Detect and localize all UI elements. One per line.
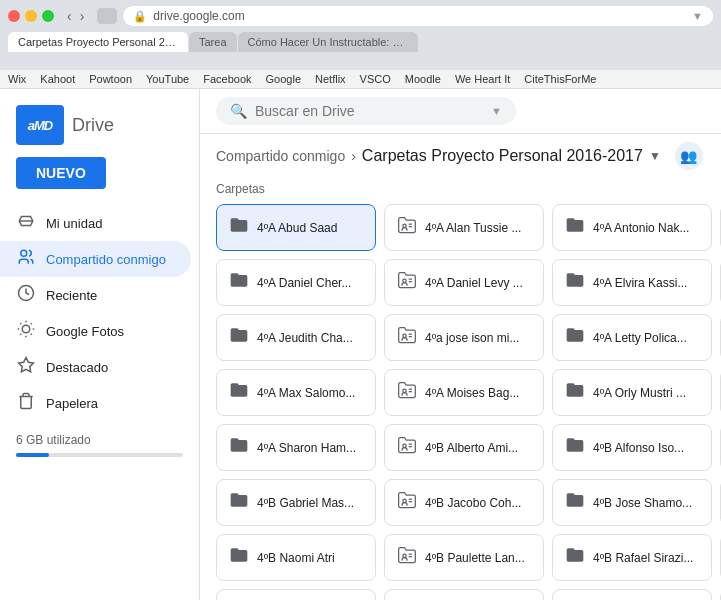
folder-icon bbox=[229, 270, 249, 295]
folder-card[interactable]: 4ºB Rafael Sirazi... bbox=[552, 534, 712, 581]
bookmark-powtoon[interactable]: Powtoon bbox=[89, 73, 132, 85]
folder-card[interactable]: 4ºB Gabriel Mas... bbox=[216, 479, 376, 526]
breadcrumb-current: Carpetas Proyecto Personal 2016-2017 ▼ bbox=[362, 147, 661, 165]
folder-card[interactable]: 4ºB Paulette Lan... bbox=[384, 534, 544, 581]
folder-card[interactable]: 4ºA Abud Saad bbox=[216, 204, 376, 251]
sidebar-item-photos[interactable]: Google Fotos bbox=[0, 313, 191, 349]
forward-button[interactable]: › bbox=[77, 8, 88, 24]
address-text: drive.google.com bbox=[153, 9, 244, 23]
maximize-button[interactable] bbox=[42, 10, 54, 22]
folder-card[interactable]: 4ºB Sofia Leon J... bbox=[384, 589, 544, 600]
folder-name: 4ºB Gabriel Mas... bbox=[257, 496, 354, 510]
folder-card[interactable]: 4ºa jose ison mi... bbox=[384, 314, 544, 361]
folder-card[interactable]: 4ºA Daniel Levy ... bbox=[384, 259, 544, 306]
folder-card[interactable]: 4ºB Jose Shamo... bbox=[552, 479, 712, 526]
folder-card[interactable]: 4ºB Sylvia Harar... bbox=[552, 589, 712, 600]
shared-folder-icon bbox=[397, 215, 417, 240]
folder-icon bbox=[565, 380, 585, 405]
folder-card[interactable]: 4ºB Naomi Atri bbox=[216, 534, 376, 581]
breadcrumb-dropdown[interactable]: ▼ bbox=[649, 149, 661, 163]
folder-name: 4ºB Paulette Lan... bbox=[425, 551, 525, 565]
tab-drive[interactable]: Carpetas Proyecto Personal 2016-2017 - G… bbox=[8, 32, 188, 52]
folder-name: 4ºB Rafael Sirazi... bbox=[593, 551, 693, 565]
bookmarks-bar: Wix Kahoot Powtoon YouTube Facebook Goog… bbox=[0, 70, 721, 89]
folder-card[interactable]: 4ºA Daniel Cher... bbox=[216, 259, 376, 306]
sidebar-item-trash[interactable]: Papelera bbox=[0, 385, 191, 421]
sidebar-item-label: Google Fotos bbox=[46, 324, 124, 339]
search-input[interactable] bbox=[255, 103, 455, 119]
shared-folder-icon bbox=[397, 325, 417, 350]
close-button[interactable] bbox=[8, 10, 20, 22]
sidebar: aMD Drive NUEVO Mi unidad Compartido con… bbox=[0, 89, 200, 600]
folder-icon bbox=[229, 215, 249, 240]
search-dropdown[interactable]: ▼ bbox=[491, 105, 502, 117]
folder-name: 4ºA Antonio Nak... bbox=[593, 221, 689, 235]
folder-card[interactable]: 4ºB Jacobo Coh... bbox=[384, 479, 544, 526]
svg-line-5 bbox=[20, 323, 21, 324]
svg-line-10 bbox=[31, 323, 32, 324]
svg-point-2 bbox=[22, 325, 30, 333]
folder-card[interactable]: 4ºB Sofia Dabba... bbox=[216, 589, 376, 600]
tab-tarea[interactable]: Tarea bbox=[189, 32, 237, 52]
bookmark-vsco[interactable]: VSCO bbox=[360, 73, 391, 85]
address-bar[interactable]: 🔒 drive.google.com ▼ bbox=[123, 6, 713, 26]
bookmark-wix[interactable]: Wix bbox=[8, 73, 26, 85]
bookmark-moodle[interactable]: Moodle bbox=[405, 73, 441, 85]
share-people-icon[interactable]: 👥 bbox=[675, 142, 703, 170]
folder-icon bbox=[565, 435, 585, 460]
folder-name: 4ºA Abud Saad bbox=[257, 221, 337, 235]
folder-card[interactable]: 4ºA Max Salomo... bbox=[216, 369, 376, 416]
folder-card[interactable]: 4ºA Orly Mustri ... bbox=[552, 369, 712, 416]
trash-icon bbox=[16, 392, 36, 414]
storage-fill bbox=[16, 453, 49, 457]
grid-icon[interactable] bbox=[97, 8, 117, 24]
minimize-button[interactable] bbox=[25, 10, 37, 22]
dropdown-chevron[interactable]: ▼ bbox=[692, 10, 703, 22]
new-button[interactable]: NUEVO bbox=[16, 157, 106, 189]
bookmark-google[interactable]: Google bbox=[266, 73, 301, 85]
folder-card[interactable]: 4ºA Antonio Nak... bbox=[552, 204, 712, 251]
folder-card[interactable]: 4ºB Alberto Ami... bbox=[384, 424, 544, 471]
sidebar-item-recent[interactable]: Reciente bbox=[0, 277, 191, 313]
sidebar-item-shared[interactable]: Compartido conmigo bbox=[0, 241, 191, 277]
folder-name: 4ºB Alfonso Iso... bbox=[593, 441, 684, 455]
folder-card[interactable]: 4ºA Letty Polica... bbox=[552, 314, 712, 361]
folder-card[interactable]: 4ºA Sharon Ham... bbox=[216, 424, 376, 471]
folder-icon bbox=[229, 545, 249, 570]
storage-info: 6 GB utilizado bbox=[0, 421, 199, 469]
recent-icon bbox=[16, 284, 36, 306]
folder-card[interactable]: 4ºA Alan Tussie ... bbox=[384, 204, 544, 251]
tab-instructable[interactable]: Cómo Hacer Un Instructable: 8 Steps I... bbox=[238, 32, 418, 52]
folder-name: 4ºB Alberto Ami... bbox=[425, 441, 518, 455]
bookmark-facebook[interactable]: Facebook bbox=[203, 73, 251, 85]
bookmark-netflix[interactable]: Netflix bbox=[315, 73, 346, 85]
folder-card[interactable]: 4ºB Alfonso Iso... bbox=[552, 424, 712, 471]
bookmark-citethisforme[interactable]: CiteThisForMe bbox=[524, 73, 596, 85]
folder-icon bbox=[565, 270, 585, 295]
sidebar-item-label: Mi unidad bbox=[46, 216, 102, 231]
folders-grid: 4ºA Abud Saad 4ºA Alan Tussie ... 4ºA An… bbox=[200, 204, 721, 600]
folder-icon bbox=[229, 325, 249, 350]
breadcrumb-parent[interactable]: Compartido conmigo bbox=[216, 148, 345, 164]
folder-card[interactable]: 4ºA Moises Bag... bbox=[384, 369, 544, 416]
folder-name: 4ºA Moises Bag... bbox=[425, 386, 519, 400]
sidebar-item-my-drive[interactable]: Mi unidad bbox=[0, 205, 191, 241]
breadcrumb-separator: › bbox=[351, 148, 356, 164]
svg-point-0 bbox=[21, 250, 27, 256]
folder-name: 4ºA Letty Polica... bbox=[593, 331, 687, 345]
search-box[interactable]: 🔍 ▼ bbox=[216, 97, 516, 125]
bookmark-kahoot[interactable]: Kahoot bbox=[40, 73, 75, 85]
folder-name: 4ºA Max Salomo... bbox=[257, 386, 355, 400]
bookmark-weheartit[interactable]: We Heart It bbox=[455, 73, 510, 85]
sidebar-item-label: Compartido conmigo bbox=[46, 252, 166, 267]
back-button[interactable]: ‹ bbox=[64, 8, 75, 24]
folder-name: 4ºa jose ison mi... bbox=[425, 331, 519, 345]
folder-card[interactable]: 4ºA Jeudith Cha... bbox=[216, 314, 376, 361]
folder-card[interactable]: 4ºA Elvira Kassi... bbox=[552, 259, 712, 306]
bookmark-youtube[interactable]: YouTube bbox=[146, 73, 189, 85]
shared-folder-icon bbox=[397, 435, 417, 460]
folder-name: 4ºA Alan Tussie ... bbox=[425, 221, 521, 235]
sidebar-item-starred[interactable]: Destacado bbox=[0, 349, 191, 385]
breadcrumb: Compartido conmigo › Carpetas Proyecto P… bbox=[200, 134, 721, 178]
folder-name: 4ºB Jose Shamo... bbox=[593, 496, 692, 510]
